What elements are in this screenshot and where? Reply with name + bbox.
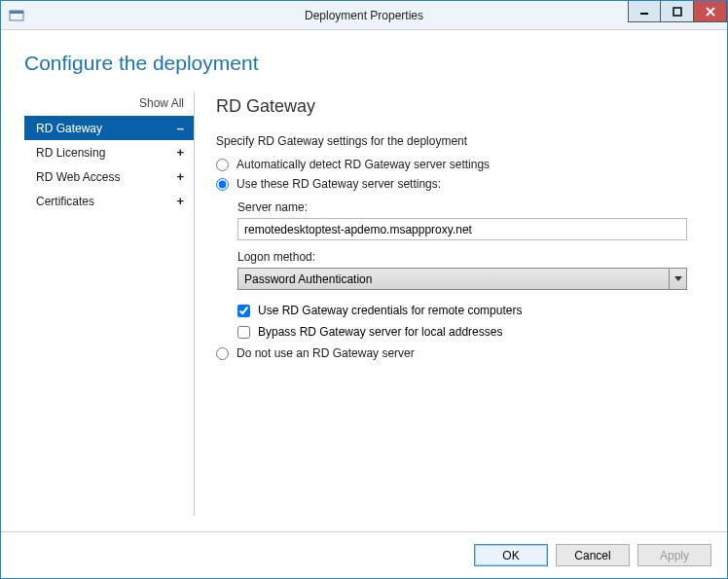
svg-rect-3 xyxy=(673,8,681,16)
page-title: Configure the deployment xyxy=(24,52,704,75)
app-icon xyxy=(9,8,24,23)
sidebar-item-label: RD Gateway xyxy=(36,122,102,135)
minimize-button[interactable] xyxy=(628,1,661,22)
svg-rect-1 xyxy=(10,11,23,14)
check-bypass-local[interactable]: Bypass RD Gateway server for local addre… xyxy=(237,325,704,339)
body-row: Show All RD Gateway – RD Licensing + RD … xyxy=(24,92,704,516)
gateway-settings-group: Server name: Logon method: Password Auth… xyxy=(237,200,704,339)
window-controls xyxy=(628,1,727,22)
panel-heading: RD Gateway xyxy=(216,96,704,117)
cancel-button[interactable]: Cancel xyxy=(556,544,630,566)
close-button[interactable] xyxy=(694,1,727,22)
radio-use-settings[interactable]: Use these RD Gateway server settings: xyxy=(216,177,704,191)
content-area: Configure the deployment Show All RD Gat… xyxy=(1,30,727,531)
sidebar-item-rd-licensing[interactable]: RD Licensing + xyxy=(24,140,194,164)
logon-method-select[interactable]: Password Authentication xyxy=(237,268,687,290)
radio-auto-detect-input[interactable] xyxy=(216,159,229,171)
sidebar-item-rd-web-access[interactable]: RD Web Access + xyxy=(24,164,194,189)
ok-button[interactable]: OK xyxy=(474,544,548,566)
radio-use-settings-input[interactable] xyxy=(216,178,229,191)
logon-method-value: Password Authentication xyxy=(244,272,372,286)
check-bypass-local-label: Bypass RD Gateway server for local addre… xyxy=(258,325,502,339)
server-name-label: Server name: xyxy=(237,200,704,214)
radio-use-settings-label: Use these RD Gateway server settings: xyxy=(237,177,441,191)
sidebar-item-label: RD Web Access xyxy=(36,170,120,184)
radio-do-not-use-label: Do not use an RD Gateway server xyxy=(237,346,415,360)
expand-icon: + xyxy=(176,194,184,208)
apply-button[interactable]: Apply xyxy=(637,544,711,566)
sidebar-item-rd-gateway[interactable]: RD Gateway – xyxy=(24,116,194,140)
check-bypass-local-input[interactable] xyxy=(237,326,250,339)
check-use-credentials-input[interactable] xyxy=(237,305,250,317)
server-name-input[interactable] xyxy=(237,218,687,240)
radio-auto-detect[interactable]: Automatically detect RD Gateway server s… xyxy=(216,158,704,171)
sidebar: Show All RD Gateway – RD Licensing + RD … xyxy=(24,92,195,516)
svg-marker-6 xyxy=(674,276,682,281)
radio-auto-detect-label: Automatically detect RD Gateway server s… xyxy=(237,158,490,171)
sidebar-item-label: Certificates xyxy=(36,195,94,208)
dropdown-arrow-icon xyxy=(669,269,686,289)
titlebar: Deployment Properties xyxy=(1,1,727,30)
sidebar-item-label: RD Licensing xyxy=(36,146,105,160)
logon-method-label: Logon method: xyxy=(237,250,704,264)
expand-icon: + xyxy=(176,145,184,160)
window-title: Deployment Properties xyxy=(305,9,423,22)
dialog-footer: OK Cancel Apply xyxy=(1,531,727,578)
collapse-icon: – xyxy=(177,121,184,135)
main-panel: RD Gateway Specify RD Gateway settings f… xyxy=(195,92,704,516)
show-all-link[interactable]: Show All xyxy=(24,92,194,116)
maximize-button[interactable] xyxy=(661,1,694,22)
radio-do-not-use-input[interactable] xyxy=(216,347,229,360)
check-use-credentials[interactable]: Use RD Gateway credentials for remote co… xyxy=(237,304,704,317)
panel-description: Specify RD Gateway settings for the depl… xyxy=(216,134,704,148)
expand-icon: + xyxy=(176,169,184,184)
deployment-properties-window: Deployment Properties Configure the depl… xyxy=(0,0,728,579)
radio-do-not-use[interactable]: Do not use an RD Gateway server xyxy=(216,346,704,360)
sidebar-item-certificates[interactable]: Certificates + xyxy=(24,189,194,213)
check-use-credentials-label: Use RD Gateway credentials for remote co… xyxy=(258,304,522,317)
